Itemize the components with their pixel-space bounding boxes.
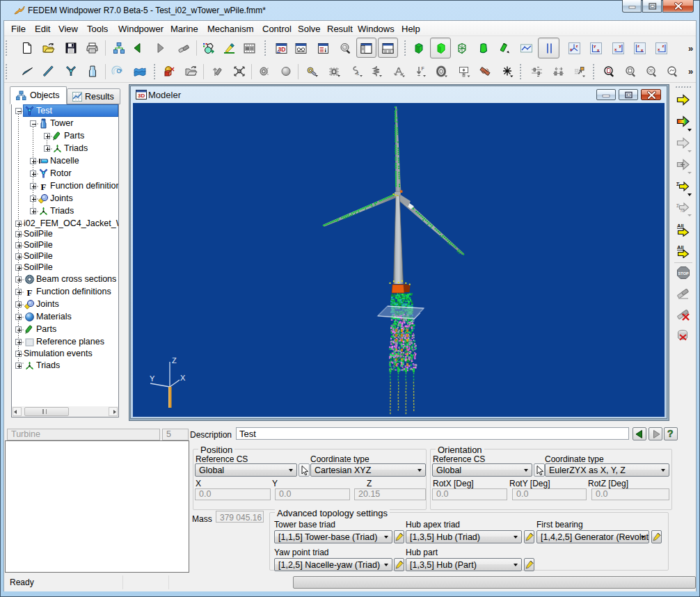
svg-text:F: F <box>27 287 33 298</box>
svg-text:z: z <box>662 44 665 48</box>
svg-text:N: N <box>681 209 683 213</box>
svg-text:All: All <box>677 244 684 250</box>
svg-text:S: S <box>356 72 359 76</box>
svg-text:Σ: Σ <box>676 202 680 209</box>
svg-text:F: F <box>41 182 47 192</box>
svg-text:STOP: STOP <box>678 271 689 276</box>
svg-text:Z: Z <box>172 356 177 365</box>
svg-text:Y: Y <box>150 374 155 383</box>
svg-text:F: F <box>422 66 424 71</box>
svg-text:3D: 3D <box>278 46 286 53</box>
svg-text:z: z <box>576 44 578 48</box>
svg-text:All: All <box>677 223 684 229</box>
svg-text:X: X <box>180 374 186 382</box>
svg-text:z: z <box>637 44 639 48</box>
svg-text:3D: 3D <box>138 93 145 99</box>
